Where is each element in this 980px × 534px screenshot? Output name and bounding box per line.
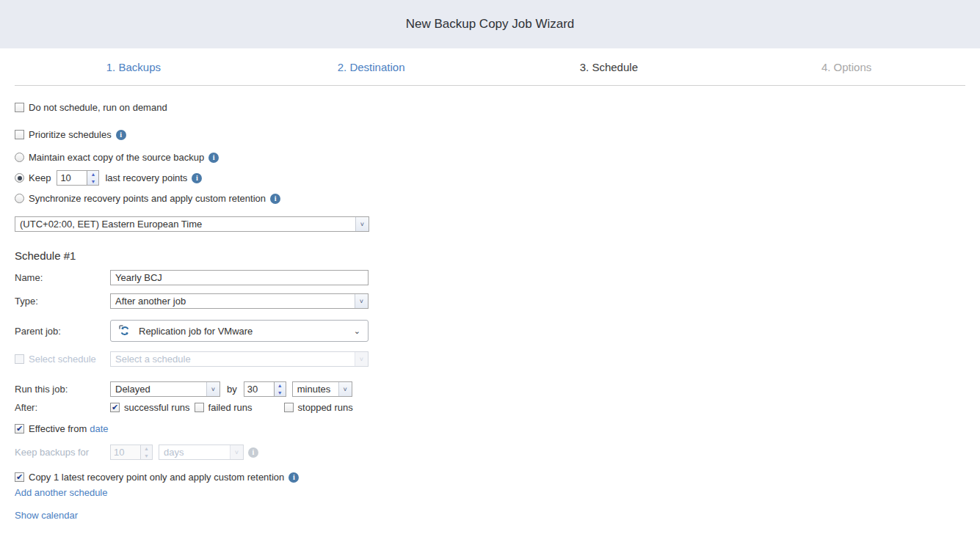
sync-points-label: Synchronize recovery points and apply cu… xyxy=(29,193,266,204)
sync-points-row: Synchronize recovery points and apply cu… xyxy=(15,193,965,204)
stopped-runs-checkbox[interactable] xyxy=(284,403,294,412)
spin-up-icon[interactable]: ▲ xyxy=(275,382,286,389)
type-row: Type: After another job ˅ xyxy=(15,293,965,309)
chevron-down-icon: ˅ xyxy=(355,352,368,366)
parent-job-label: Parent job: xyxy=(15,326,110,337)
type-select[interactable]: After another job ˅ xyxy=(110,293,369,309)
timezone-value: (UTC+02:00, EET) Eastern European Time xyxy=(15,219,355,230)
schedule-name-input[interactable] xyxy=(110,270,369,285)
keep-points-suffix: last recovery points xyxy=(105,172,187,183)
tab-backups[interactable]: 1. Backups xyxy=(15,61,253,73)
keep-points-input[interactable] xyxy=(57,171,87,185)
after-row: After: successful runs failed runs stopp… xyxy=(15,402,965,413)
spin-down-icon[interactable]: ▼ xyxy=(87,178,98,186)
type-value: After another job xyxy=(111,296,355,307)
replication-job-icon xyxy=(118,324,131,337)
run-mode-select[interactable]: Delayed ˅ xyxy=(110,381,220,397)
wizard-header: New Backup Copy Job Wizard xyxy=(0,0,980,48)
effective-from-checkbox[interactable] xyxy=(15,424,24,434)
failed-runs-checkbox[interactable] xyxy=(195,403,204,412)
delay-unit-select[interactable]: minutes ˅ xyxy=(292,381,352,397)
info-icon: i xyxy=(248,447,258,458)
select-schedule-select: Select a schedule ˅ xyxy=(110,351,369,367)
info-icon[interactable]: i xyxy=(270,194,280,204)
keep-backups-input xyxy=(111,445,140,459)
parent-job-select[interactable]: Replication job for VMware ⌄ xyxy=(110,320,369,342)
select-schedule-checkbox xyxy=(15,354,24,364)
keep-points-row: Keep ▲▼ last recovery points i xyxy=(15,170,965,186)
keep-backups-spinner: ▲▼ xyxy=(110,445,153,460)
spinner-arrows: ▲▼ xyxy=(140,445,152,459)
keep-backups-unit-value: days xyxy=(159,447,230,458)
effective-from-row: Effective from date xyxy=(15,423,965,434)
chevron-down-icon[interactable]: ˅ xyxy=(206,382,219,396)
spinner-arrows[interactable]: ▲▼ xyxy=(274,382,286,396)
effective-from-label: Effective from xyxy=(29,423,87,434)
maintain-copy-row: Maintain exact copy of the source backup… xyxy=(15,152,965,163)
tab-options: 4. Options xyxy=(727,61,965,73)
stopped-runs-label: stopped runs xyxy=(298,402,353,413)
show-calendar-link[interactable]: Show calendar xyxy=(15,510,78,521)
do-not-schedule-checkbox[interactable] xyxy=(15,103,24,112)
keep-backups-row: Keep backups for ▲▼ days ˅ i xyxy=(15,445,965,460)
keep-backups-label: Keep backups for xyxy=(15,447,110,458)
schedule-step-content: Do not schedule, run on demand Prioritiz… xyxy=(0,102,980,521)
chevron-down-icon[interactable]: ˅ xyxy=(355,294,368,308)
info-icon[interactable]: i xyxy=(288,472,299,483)
chevron-down-icon[interactable]: ˅ xyxy=(355,217,369,231)
copy-latest-checkbox[interactable] xyxy=(15,472,24,482)
wizard-steps: 1. Backups 2. Destination 3. Schedule 4.… xyxy=(15,48,965,86)
do-not-schedule-label: Do not schedule, run on demand xyxy=(29,102,167,113)
prioritize-row: Prioritize schedules i xyxy=(15,129,965,140)
run-mode-value: Delayed xyxy=(111,384,206,395)
info-icon[interactable]: i xyxy=(208,153,219,163)
spinner-arrows[interactable]: ▲▼ xyxy=(87,171,98,185)
spin-up-icon: ▲ xyxy=(141,445,152,453)
spin-down-icon[interactable]: ▼ xyxy=(275,389,286,397)
timezone-select[interactable]: (UTC+02:00, EET) Eastern European Time ˅ xyxy=(15,216,369,232)
by-label: by xyxy=(227,384,237,395)
wizard-title: New Backup Copy Job Wizard xyxy=(406,17,575,32)
failed-runs-label: failed runs xyxy=(208,402,253,413)
delay-unit-value: minutes xyxy=(293,384,338,395)
parent-job-row: Parent job: Replication job for VMware ⌄ xyxy=(15,320,965,342)
copy-latest-label: Copy 1 latest recovery point only and ap… xyxy=(29,472,284,483)
chevron-down-icon: ˅ xyxy=(230,445,243,459)
select-schedule-row: Select schedule Select a schedule ˅ xyxy=(15,351,965,367)
maintain-copy-radio[interactable] xyxy=(15,153,24,162)
keep-backups-unit-select: days ˅ xyxy=(159,445,244,460)
chevron-down-icon[interactable]: ˅ xyxy=(338,382,352,396)
keep-points-radio[interactable] xyxy=(15,173,24,183)
add-another-schedule-link[interactable]: Add another schedule xyxy=(15,487,107,498)
delay-input[interactable] xyxy=(244,382,274,396)
show-calendar-row: Show calendar xyxy=(15,510,965,521)
select-schedule-placeholder: Select a schedule xyxy=(111,354,355,365)
delay-spinner: ▲▼ xyxy=(244,381,286,397)
name-label: Name: xyxy=(15,272,110,283)
add-another-row: Add another schedule xyxy=(15,487,965,498)
keep-points-prefix: Keep xyxy=(29,172,51,183)
successful-runs-label: successful runs xyxy=(124,402,190,413)
spin-up-icon[interactable]: ▲ xyxy=(87,171,98,178)
after-label: After: xyxy=(15,402,110,413)
successful-runs-checkbox[interactable] xyxy=(110,403,120,412)
prioritize-label: Prioritize schedules xyxy=(29,129,112,140)
effective-date-link[interactable]: date xyxy=(90,423,108,434)
schedule-heading: Schedule #1 xyxy=(15,249,965,262)
info-icon[interactable]: i xyxy=(192,173,202,183)
do-not-schedule-row: Do not schedule, run on demand xyxy=(15,102,965,113)
chevron-down-icon[interactable]: ⌄ xyxy=(354,326,360,336)
prioritize-checkbox[interactable] xyxy=(15,130,24,139)
timezone-row: (UTC+02:00, EET) Eastern European Time ˅ xyxy=(15,216,965,232)
parent-job-value: Replication job for VMware xyxy=(139,326,253,337)
tab-schedule[interactable]: 3. Schedule xyxy=(490,61,728,73)
run-job-row: Run this job: Delayed ˅ by ▲▼ minutes ˅ xyxy=(15,381,965,397)
select-schedule-label: Select schedule xyxy=(29,354,96,365)
select-schedule-option: Select schedule xyxy=(15,354,110,365)
spin-down-icon: ▼ xyxy=(141,453,152,460)
keep-points-spinner: ▲▼ xyxy=(57,170,99,186)
tab-destination[interactable]: 2. Destination xyxy=(253,61,490,73)
info-icon[interactable]: i xyxy=(116,130,126,140)
sync-points-radio[interactable] xyxy=(15,194,24,203)
type-label: Type: xyxy=(15,296,110,307)
